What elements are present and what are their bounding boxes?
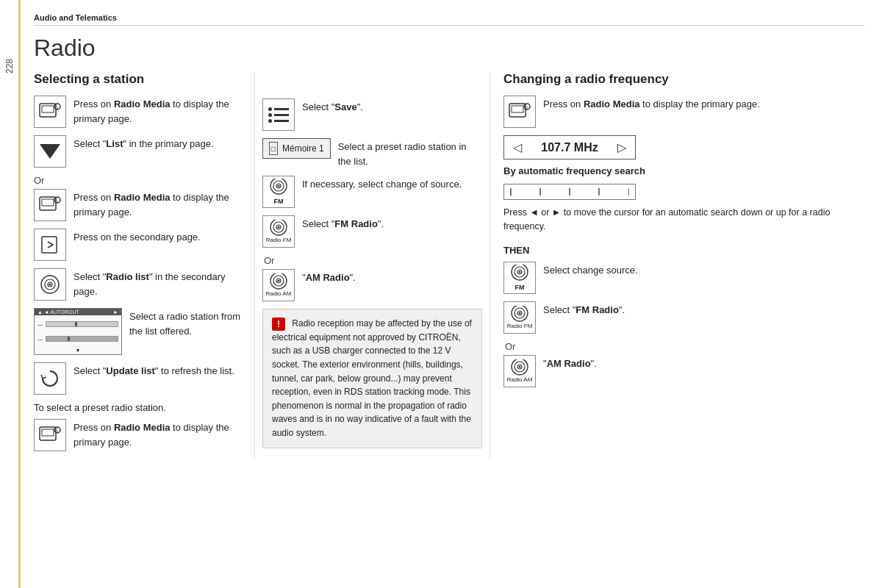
svg-text:♪: ♪ [56,429,59,434]
warning-icon: ! [272,318,285,331]
columns: Selecting a station ♪ Press on Radio Med… [34,72,864,459]
middle-column: Select "Save". ▢ Mémoire 1 Select a pres… [254,72,490,459]
mid-step-5-text: "AM Radio". [302,269,482,285]
then-radio-fm-graphic: Radio FM [504,302,535,333]
radio-am-graphic: Radio AM [263,270,294,301]
then-radio-fm-icon: Radio FM [503,301,536,334]
tick-1 [510,188,512,196]
radio-fm-icon: Radio FM [262,215,295,248]
step-4-text: Press on the secondary page. [74,229,247,245]
svg-rect-8 [42,237,57,253]
svg-rect-1 [42,106,54,112]
radio-fm-graphic: Radio FM [263,216,294,247]
then-fm-label: FM [515,284,525,291]
step-7-text: Select "Update list" to refresh the list… [74,362,247,379]
radio-am-label: Radio AM [266,290,292,297]
warning-box: ! Radio reception may be affected by the… [262,309,482,448]
then-fm-graphic: FM [504,262,535,293]
mid-step-1-text: Select "Save". [302,98,482,115]
svg-point-36 [519,270,521,273]
station-row-1: — [37,321,118,327]
step-2-text: Select "List" in the primary page. [74,135,247,151]
svg-text:♪: ♪ [56,105,59,110]
mid-step-2: ▢ Mémoire 1 Select a preset radio statio… [262,138,482,168]
preset-radio-media-icon: ♪ [34,419,66,451]
step-preset-1: ♪ Press on Radio Media to display the pr… [34,419,247,451]
then-radio-am-label: Radio AM [507,376,533,383]
list-icon [34,135,66,168]
mid-step-4-text: Select "FM Radio". [302,215,482,232]
memoire-rect-icon: ▢ [269,142,278,155]
tick-5 [628,188,630,196]
step-1-text: Press on Radio Media to display the prim… [74,96,247,126]
memoire-label: Mémoire 1 [282,143,324,154]
mid-step-4: Radio FM Select "FM Radio". [262,215,482,248]
save-line-2 [268,113,289,117]
main-content: Audio and Telematics Radio Selecting a s… [21,0,882,588]
svg-rect-5 [42,199,54,206]
mid-step-2-text: Select a preset radio station in the lis… [338,138,482,168]
changing-freq-title: Changing a radio frequency [503,72,864,87]
then-fm-icon: FM [503,262,536,294]
page-number-bar: 228 [0,0,21,588]
then-step-2-text: Select "FM Radio". [543,301,864,318]
radio-media-icon-1: ♪ [34,96,66,128]
step-5-text: Select "Radio list" in the secondary pag… [74,268,247,298]
fm-label: FM [274,198,284,205]
memoire-button: ▢ Mémoire 1 [262,138,331,159]
fm-icon-graphic: FM [263,176,294,207]
right-step-1-text: Press on Radio Media to display the prim… [543,96,864,112]
page-title: Radio [34,35,864,62]
step-1: ♪ Press on Radio Media to display the pr… [34,96,247,128]
left-column: Selecting a station ♪ Press on Radio Med… [34,72,254,459]
station-screen-footer: ▼ [35,348,121,354]
mid-step-3: FM If necessary, select change of source… [262,176,482,208]
mid-step-5: Radio AM "AM Radio". [262,269,482,301]
radio-media-icon-2: ♪ [34,189,66,221]
then-step-1: FM Select change source. [503,262,864,294]
then-radio-am-icon: Radio AM [503,355,536,387]
preset-step-1-text: Press on Radio Media to display the prim… [74,419,247,449]
radio-fm-label: Radio FM [266,237,292,243]
right-column: Changing a radio frequency ♪ Press on Ra… [490,72,864,459]
right-step-1: ♪ Press on Radio Media to display the pr… [503,96,864,128]
then-radio-am-graphic: Radio AM [504,356,535,387]
auto-search-label: By automatic frequency search [503,165,864,176]
selecting-station-title: Selecting a station [34,72,247,87]
svg-rect-14 [42,429,54,436]
mid-step-3-text: If necessary, select change of source. [302,176,482,192]
then-label: THEN [503,245,864,256]
step-6-text: Select a radio station from the list off… [129,308,247,338]
svg-point-28 [278,280,280,282]
secondary-page-icon [34,229,66,261]
svg-point-44 [519,365,521,368]
freq-right-arrow: ▷ [617,140,626,154]
step-3: ♪ Press on Radio Media to display the pr… [34,189,247,221]
or-label-mid: Or [264,255,482,266]
step-7: Select "Update list" to refresh the list… [34,362,247,395]
then-step-3-text: "AM Radio". [543,355,864,371]
station-screen-rows: — — [35,315,121,348]
tick-3 [569,188,570,196]
tick-2 [539,188,541,196]
step-6: ▲ ◄ AUTOROUT► — — ▼ [34,308,247,355]
save-icon [262,98,295,131]
svg-text:♪: ♪ [56,198,59,204]
freq-value: 107.7 MHz [541,141,598,154]
save-line-1 [268,107,289,111]
freq-display: ◁ 107.7 MHz ▷ [503,135,636,159]
slider-desc: Press ◄ or ► to move the cursor for an a… [503,206,864,234]
preset-intro: To select a preset radio station. [34,402,247,413]
then-step-1-text: Select change source. [543,262,864,278]
station-screen-icon: ▲ ◄ AUTOROUT► — — ▼ [34,308,122,355]
then-step-2: Radio FM Select "FM Radio". [503,301,864,334]
right-radio-media-icon: ♪ [503,96,536,128]
save-line-3 [268,119,289,123]
slider-bar [503,184,636,200]
svg-text:♪: ♪ [526,105,528,110]
page-number: 228 [4,59,15,74]
update-icon [34,362,66,395]
svg-point-12 [49,284,51,286]
tick-4 [598,188,600,196]
fm-source-icon: FM [262,176,295,208]
